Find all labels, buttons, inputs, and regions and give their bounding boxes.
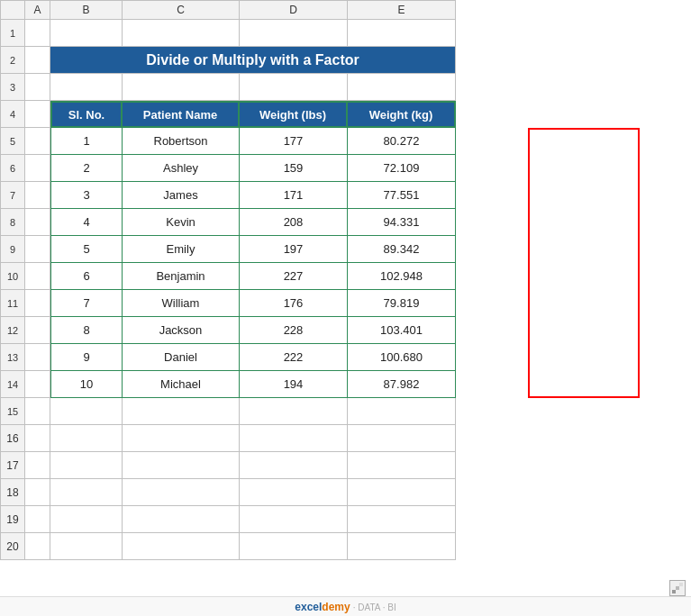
cell-kg-7[interactable]: 77.551 [348,182,456,209]
resize-icon[interactable] [669,580,686,596]
cell-a12[interactable] [25,317,50,344]
cell-a4[interactable] [25,101,50,128]
cell-a16[interactable] [25,425,50,452]
cell-lbs-14[interactable]: 194 [240,371,348,398]
cell-kg-11[interactable]: 79.819 [348,290,456,317]
cell-e16[interactable] [348,425,456,452]
cell-name-13[interactable]: Daniel [123,344,240,371]
cell-a6[interactable] [25,155,50,182]
rows-wrapper: 1 2 Divide or Multiply with a Factor 3 [0,20,691,596]
cell-a19[interactable] [25,506,50,533]
cell-d3[interactable] [240,74,348,101]
cell-e15[interactable] [348,398,456,425]
cell-name-14[interactable]: Michael [123,371,240,398]
cell-b18[interactable] [50,479,123,506]
cell-c3[interactable] [123,74,240,101]
cell-d20[interactable] [240,533,348,560]
cell-c16[interactable] [123,425,240,452]
cell-b17[interactable] [50,452,123,479]
cell-a3[interactable] [25,74,50,101]
cell-b19[interactable] [50,506,123,533]
cell-a18[interactable] [25,479,50,506]
cell-lbs-7[interactable]: 171 [240,182,348,209]
cell-d16[interactable] [240,425,348,452]
cell-a20[interactable] [25,533,50,560]
cell-c19[interactable] [123,506,240,533]
cell-c18[interactable] [123,479,240,506]
cell-d19[interactable] [240,506,348,533]
cell-kg-14[interactable]: 87.982 [348,371,456,398]
cell-kg-9[interactable]: 89.342 [348,236,456,263]
col-header-e[interactable]: E [348,0,456,20]
cell-a5[interactable] [25,128,50,155]
cell-e19[interactable] [348,506,456,533]
cell-a13[interactable] [25,344,50,371]
cell-c20[interactable] [123,533,240,560]
cell-kg-6[interactable]: 72.109 [348,155,456,182]
cell-sl-7[interactable]: 3 [50,182,123,209]
cell-kg-8[interactable]: 94.331 [348,209,456,236]
cell-a1[interactable] [25,20,50,47]
cell-c17[interactable] [123,452,240,479]
cell-c15[interactable] [123,398,240,425]
cell-sl-6[interactable]: 2 [50,155,123,182]
cell-lbs-9[interactable]: 197 [240,236,348,263]
cell-name-7[interactable]: James [123,182,240,209]
cell-sl-9[interactable]: 5 [50,236,123,263]
cell-e3[interactable] [348,74,456,101]
cell-a8[interactable] [25,209,50,236]
cell-a15[interactable] [25,398,50,425]
cell-b3[interactable] [50,74,123,101]
cell-e20[interactable] [348,533,456,560]
cell-e18[interactable] [348,479,456,506]
cell-name-12[interactable]: Jackson [123,317,240,344]
cell-d15[interactable] [240,398,348,425]
cell-d17[interactable] [240,452,348,479]
cell-sl-12[interactable]: 8 [50,317,123,344]
cell-b16[interactable] [50,425,123,452]
cell-kg-10[interactable]: 102.948 [348,263,456,290]
cell-lbs-13[interactable]: 222 [240,344,348,371]
col-header-a[interactable]: A [25,0,50,20]
cell-a2[interactable] [25,47,50,74]
cell-b15[interactable] [50,398,123,425]
cell-kg-12[interactable]: 103.401 [348,317,456,344]
cell-a17[interactable] [25,452,50,479]
cell-sl-13[interactable]: 9 [50,344,123,371]
col-header-b[interactable]: B [50,0,123,20]
cell-a7[interactable] [25,182,50,209]
cell-a14[interactable] [25,371,50,398]
cell-sl-11[interactable]: 7 [50,290,123,317]
cell-sl-8[interactable]: 4 [50,209,123,236]
cell-lbs-5[interactable]: 177 [240,128,348,155]
cell-sl-5[interactable]: 1 [50,128,123,155]
col-header-d[interactable]: D [240,0,348,20]
cell-a11[interactable] [25,290,50,317]
cell-lbs-10[interactable]: 227 [240,263,348,290]
cell-d18[interactable] [240,479,348,506]
cell-name-5[interactable]: Robertson [123,128,240,155]
cell-b1[interactable] [50,20,123,47]
cell-lbs-11[interactable]: 176 [240,290,348,317]
cell-lbs-12[interactable]: 228 [240,317,348,344]
cell-sl-14[interactable]: 10 [50,371,123,398]
cell-lbs-6[interactable]: 159 [240,155,348,182]
cell-kg-13[interactable]: 100.680 [348,344,456,371]
cell-b20[interactable] [50,533,123,560]
cell-name-11[interactable]: William [123,290,240,317]
cell-e1[interactable] [348,20,456,47]
cell-a9[interactable] [25,236,50,263]
cell-sl-10[interactable]: 6 [50,263,123,290]
cell-a10[interactable] [25,263,50,290]
cell-kg-5[interactable]: 80.272 [348,128,456,155]
cell-name-10[interactable]: Benjamin [123,263,240,290]
cell-name-9[interactable]: Emily [123,236,240,263]
grid-row-1: 1 [0,20,691,47]
col-header-c[interactable]: C [123,0,240,20]
cell-name-8[interactable]: Kevin [123,209,240,236]
cell-name-6[interactable]: Ashley [123,155,240,182]
cell-c1[interactable] [123,20,240,47]
cell-d1[interactable] [240,20,348,47]
cell-lbs-8[interactable]: 208 [240,209,348,236]
cell-e17[interactable] [348,452,456,479]
